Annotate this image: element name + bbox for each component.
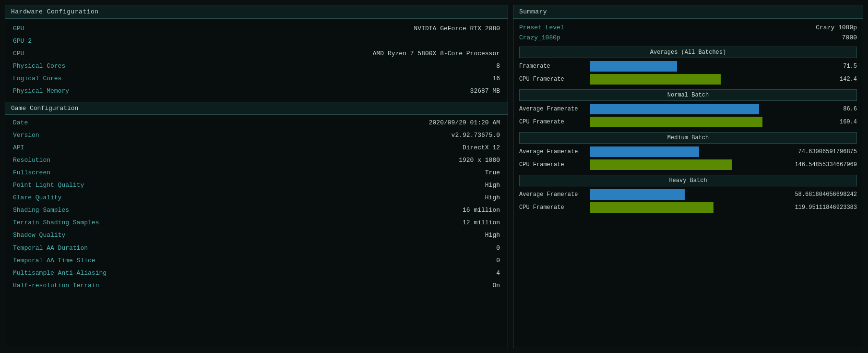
preset-name: Crazy_1080p [519, 34, 560, 41]
bar-row: Framerate 71.5 [519, 61, 857, 72]
game-row-label: Temporal AA Time Slice [13, 256, 95, 266]
averages-bars: Framerate 71.5 CPU Framerate 142.4 [519, 61, 857, 85]
bar-row: CPU Framerate 146.54855334667969 [519, 159, 857, 170]
game-config-row: Half-resolution TerrainOn [5, 280, 508, 292]
bar-container [590, 189, 772, 200]
bar-label: Average Framerate [519, 106, 586, 112]
game-config-row: Glare QualityHigh [5, 192, 508, 204]
summary-panel-title: Summary [513, 5, 863, 19]
bar-fill [590, 61, 677, 72]
game-row-label: Temporal AA Duration [13, 243, 88, 254]
game-row-label: Resolution [13, 155, 50, 166]
game-row-value: 16 million [463, 205, 500, 216]
preset-level-row: Preset Level Crazy_1080p [519, 23, 857, 33]
preset-score: 7000 [842, 34, 857, 41]
game-row-value: High [485, 193, 500, 203]
bar-value: 58.681804656698242 [775, 191, 857, 198]
bar-row: Average Framerate 58.681804656698242 [519, 189, 857, 200]
game-row-value: DirectX 12 [463, 143, 500, 153]
game-row-value: True [485, 168, 500, 178]
bar-label: CPU Framerate [519, 204, 586, 211]
game-config-row: Date2020/09/29 01:20 AM [5, 117, 508, 129]
game-config-row: Versionv2.92.73675.0 [5, 129, 508, 142]
normal-bars: Average Framerate 86.6 CPU Framerate 169… [519, 104, 857, 127]
game-row-value: 4 [496, 268, 500, 279]
bar-value: 74.63006591796875 [775, 148, 857, 155]
averages-section: Averages (All Batches) Framerate 71.5 CP… [519, 47, 857, 85]
hardware-row: Physical Memory32687 MB [5, 85, 508, 97]
game-row-label: Version [13, 130, 39, 141]
bar-value: 146.54855334667969 [775, 161, 857, 168]
hw-row-value: 16 [492, 73, 500, 84]
bar-label: CPU Framerate [519, 119, 586, 125]
game-config-row: Terrain Shading Samples12 million [5, 217, 508, 229]
game-row-label: Multisample Anti-Aliasing [13, 268, 107, 279]
bar-value: 86.6 [775, 106, 857, 112]
game-row-label: Date [13, 118, 28, 128]
hardware-row: GPUNVIDIA GeForce RTX 2080 [5, 23, 508, 35]
game-config-title: Game Configuration [5, 102, 508, 115]
game-row-label: Fullscreen [13, 168, 50, 178]
game-config-row: Shadow QualityHigh [5, 229, 508, 242]
game-row-label: Half-resolution Terrain [13, 280, 99, 291]
bar-value: 119.95111846923383 [775, 204, 857, 211]
bar-value: 142.4 [775, 76, 857, 83]
bar-row: CPU Framerate 119.95111846923383 [519, 202, 857, 213]
hardware-row: GPU 2 [5, 35, 508, 48]
summary-panel: Summary Preset Level Crazy_1080p Crazy_1… [513, 5, 863, 348]
normal-batch-section: Normal Batch Average Framerate 86.6 CPU … [519, 89, 857, 127]
bar-container [590, 74, 772, 85]
hw-row-label: GPU 2 [13, 36, 32, 47]
hw-row-label: Physical Memory [13, 86, 69, 97]
bar-value: 71.5 [775, 63, 857, 70]
heavy-batch-header: Heavy Batch [519, 175, 857, 186]
summary-content: Preset Level Crazy_1080p Crazy_1080p 700… [513, 19, 863, 219]
hw-row-value: NVIDIA GeForce RTX 2080 [414, 24, 500, 34]
medium-batch-section: Medium Batch Average Framerate 74.630065… [519, 132, 857, 170]
game-row-label: Shadow Quality [13, 230, 65, 241]
bar-fill [590, 159, 732, 170]
game-row-value: 0 [496, 243, 500, 254]
heavy-batch-section: Heavy Batch Average Framerate 58.6818046… [519, 175, 857, 213]
hw-row-label: GPU [13, 24, 24, 34]
bar-fill [590, 202, 713, 213]
bar-container [590, 202, 772, 213]
game-config-row: Point Light QualityHigh [5, 179, 508, 192]
bar-row: CPU Framerate 169.4 [519, 117, 857, 127]
normal-batch-header: Normal Batch [519, 89, 857, 101]
bar-label: CPU Framerate [519, 161, 586, 168]
bar-row: Average Framerate 86.6 [519, 104, 857, 114]
heavy-bars: Average Framerate 58.681804656698242 CPU… [519, 189, 857, 213]
game-config-row: FullscreenTrue [5, 167, 508, 179]
game-config-row: Resolution1920 x 1080 [5, 154, 508, 167]
bar-value: 169.4 [775, 119, 857, 125]
game-config-row: Temporal AA Duration0 [5, 242, 508, 255]
preset-level-value: Crazy_1080p [816, 24, 857, 31]
hardware-row: Physical Cores8 [5, 60, 508, 73]
game-row-value: High [485, 180, 500, 191]
hardware-panel-title: Hardware Configuration [5, 5, 508, 19]
game-config-row: APIDirectX 12 [5, 142, 508, 154]
hw-row-value: 32687 MB [470, 86, 500, 97]
bar-label: CPU Framerate [519, 76, 586, 83]
game-config-row: Multisample Anti-Aliasing4 [5, 267, 508, 280]
medium-batch-header: Medium Batch [519, 132, 857, 144]
game-row-value: On [492, 280, 500, 291]
bar-container [590, 146, 772, 157]
bar-container [590, 61, 772, 72]
bar-container [590, 104, 772, 114]
game-row-value: 2020/09/29 01:20 AM [429, 118, 500, 128]
hw-row-value: AMD Ryzen 7 5800X 8-Core Processor [373, 49, 500, 59]
hardware-rows: GPUNVIDIA GeForce RTX 2080GPU 2CPUAMD Ry… [5, 23, 508, 98]
bar-fill [590, 189, 685, 200]
game-row-value: 0 [496, 256, 500, 266]
preset-name-row: Crazy_1080p 7000 [519, 33, 857, 43]
bar-fill [590, 117, 762, 127]
hw-row-value: 8 [496, 61, 500, 72]
hw-row-label: CPU [13, 49, 24, 59]
bar-row: Average Framerate 74.63006591796875 [519, 146, 857, 157]
hardware-row: Logical Cores16 [5, 73, 508, 85]
bar-label: Average Framerate [519, 191, 586, 198]
game-row-value: High [485, 230, 500, 241]
averages-header: Averages (All Batches) [519, 47, 857, 58]
